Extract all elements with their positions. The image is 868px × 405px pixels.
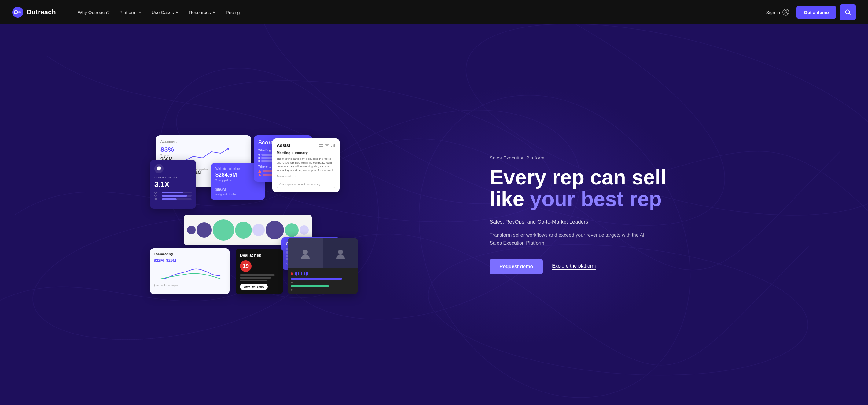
meeting-top — [288, 238, 358, 268]
nav-platform[interactable]: Platform — [116, 7, 146, 18]
hero-section: Attainment 83% To goal $66M The quarter — [0, 25, 868, 405]
pipeline-card-sub: Total pipeline — [215, 179, 260, 182]
logo-text: Outreach — [26, 8, 56, 16]
forecast-amount1: $22M — [154, 258, 164, 263]
hero-headline-line2-plain: like — [490, 187, 530, 210]
forecast-amounts: $22M $25M — [154, 258, 226, 263]
svg-point-15 — [227, 148, 229, 150]
navigation: Outreach Why Outreach? Platform Use Case… — [0, 0, 868, 25]
assist-meeting-text: The meeting participant discussed their … — [277, 157, 335, 172]
meeting-bottom: % % — [288, 268, 358, 294]
svg-point-3 — [15, 11, 17, 13]
coverage-bars: Q1 Q2 Q3 — [154, 191, 192, 200]
bubble-5 — [252, 224, 265, 236]
use-cases-chevron-icon — [176, 10, 179, 14]
hero-headline-line1: Every rep can sell — [490, 166, 666, 189]
deal-next-steps-button[interactable]: View next steps — [240, 284, 268, 290]
assist-header: Assist — [277, 143, 335, 148]
nav-links: Why Outreach? Platform Use Cases Resourc… — [74, 7, 750, 18]
pipeline-sub2: Weighted pipeline — [215, 193, 260, 196]
bubble-3 — [213, 219, 234, 241]
nav-right-actions: Sign in Get a demo — [762, 4, 856, 20]
assist-auto-tag: Auto-generated ✦ — [277, 175, 335, 177]
resources-chevron-icon — [212, 10, 216, 14]
deal-at-risk-card: Deal at risk 19 View next steps — [236, 248, 283, 294]
coverage-card: Current coverage 3.1X Q1 Q2 Q3 — [150, 160, 196, 209]
shield-icon — [154, 164, 163, 173]
logo[interactable]: Outreach — [12, 7, 56, 18]
meeting-card: % % — [288, 238, 358, 294]
bubble-1 — [187, 226, 196, 234]
bubble-7 — [285, 223, 299, 237]
forecast-amount2: $25M — [166, 258, 176, 263]
hero-ui-showcase: Attainment 83% To goal $66M The quarter — [0, 25, 477, 405]
nav-resources[interactable]: Resources — [185, 7, 220, 18]
assist-question-input[interactable]: Ask a question about the meeting — [277, 180, 335, 188]
nav-why-outreach[interactable]: Why Outreach? — [74, 7, 114, 18]
nav-use-cases[interactable]: Use Cases — [148, 7, 183, 18]
hero-text: Sales Execution Platform Every rep can s… — [477, 25, 868, 405]
hero-headline: Every rep can sell like your best rep — [490, 166, 843, 210]
bubble-4 — [235, 222, 252, 239]
user-icon — [782, 9, 789, 15]
pipeline-card-label: Weighted pipeline — [215, 167, 260, 170]
hero-description: Transform seller workflows and exceed yo… — [490, 231, 649, 247]
deal-count-badge: 19 — [240, 260, 251, 272]
platform-chevron-icon — [138, 10, 142, 14]
avatar-1 — [288, 238, 323, 268]
nav-pricing[interactable]: Pricing — [222, 7, 244, 18]
deal-line-2 — [240, 277, 271, 278]
assist-meeting-title: Meeting summary — [277, 151, 335, 155]
attainment-header: Attainment — [160, 140, 247, 143]
recording-dot — [291, 272, 293, 275]
svg-rect-18 — [319, 146, 320, 147]
bubble-8 — [300, 226, 309, 235]
meeting-progress: % % — [291, 278, 355, 292]
bubble-2 — [196, 222, 212, 238]
meeting-recording-indicator — [291, 271, 355, 276]
forecast-header: Forecasting — [154, 252, 226, 256]
forecast-target: $25M calls to target — [154, 284, 226, 287]
cards-container: Attainment 83% To goal $66M The quarter — [150, 135, 340, 294]
assist-icons — [319, 143, 335, 147]
forecast-card: Forecasting $22M $25M $25M calls to targ… — [150, 248, 229, 294]
hero-audience: Sales, RevOps, and Go-to-Market Leaders — [490, 219, 843, 225]
bubble-6 — [266, 221, 284, 239]
deal-line-1 — [240, 274, 275, 276]
svg-rect-23 — [331, 146, 332, 147]
explore-platform-button[interactable]: Explore the platform — [552, 263, 596, 270]
hero-ctas: Request demo Explore the platform — [490, 259, 843, 274]
sign-in-button[interactable]: Sign in — [762, 6, 793, 18]
forecast-chart — [154, 264, 226, 282]
svg-rect-19 — [321, 146, 323, 147]
chart-icon — [331, 143, 335, 147]
svg-point-5 — [785, 11, 787, 13]
search-icon — [844, 9, 851, 15]
svg-rect-24 — [333, 144, 334, 147]
attainment-pct-label: To goal — [160, 154, 175, 157]
svg-rect-25 — [334, 143, 335, 147]
assist-card: Assist Meeting summary The meeting parti… — [272, 138, 340, 192]
grid-icon — [319, 143, 323, 147]
waveform — [295, 271, 308, 276]
svg-point-27 — [338, 249, 343, 255]
filter-icon — [325, 143, 329, 147]
get-demo-button[interactable]: Get a demo — [797, 6, 836, 19]
svg-rect-17 — [321, 143, 323, 145]
pipeline-card-amount: $284.6M — [215, 172, 260, 178]
hero-headline-accent: your best rep — [530, 187, 662, 210]
request-demo-button[interactable]: Request demo — [490, 259, 543, 274]
svg-rect-16 — [319, 143, 320, 145]
deal-label: Deal at risk — [240, 253, 279, 258]
pipeline-amount2-label: $66M — [215, 187, 260, 192]
svg-point-2 — [18, 11, 21, 13]
coverage-card-label: Current coverage — [154, 176, 192, 179]
avatar-2 — [323, 238, 358, 268]
attainment-pct: 83% — [160, 146, 175, 154]
svg-point-26 — [303, 249, 308, 255]
hero-eyebrow: Sales Execution Platform — [490, 155, 843, 160]
coverage-card-val: 3.1X — [154, 180, 192, 189]
assist-title: Assist — [277, 143, 290, 148]
deal-line-3 — [240, 280, 267, 281]
search-button[interactable] — [840, 4, 856, 20]
